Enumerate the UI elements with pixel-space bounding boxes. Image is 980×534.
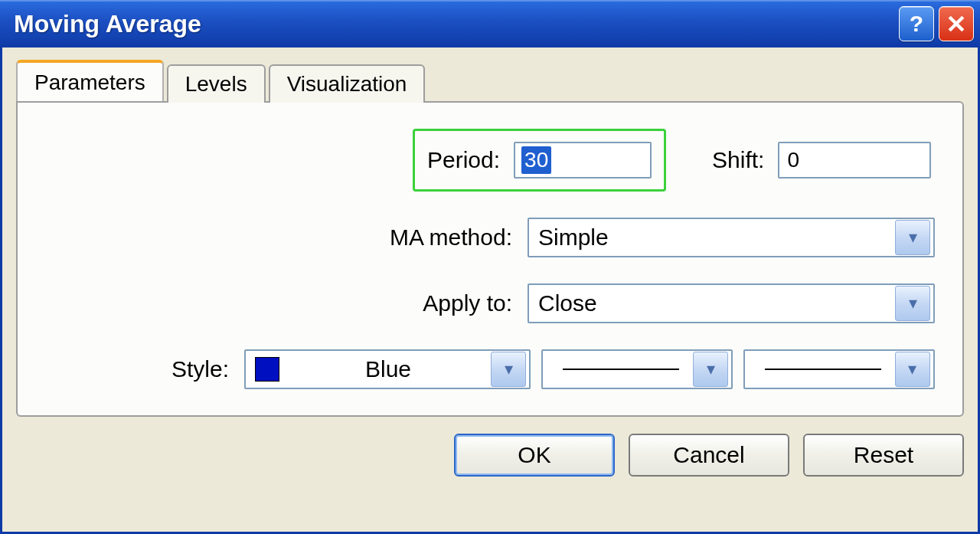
dialog-body: Parameters Levels Visualization Period: …: [0, 48, 980, 534]
reset-button[interactable]: Reset: [803, 434, 964, 477]
row-style: Style: Blue ▾ ▾ ▾: [45, 349, 935, 389]
help-button[interactable]: ?: [899, 6, 934, 41]
button-label: OK: [518, 442, 550, 468]
apply-to-dropdown[interactable]: Close ▾: [528, 283, 935, 323]
color-swatch: [255, 357, 279, 382]
title-bar: Moving Average ?: [0, 0, 980, 48]
shift-input[interactable]: [778, 142, 931, 179]
shift-label: Shift:: [712, 147, 764, 173]
period-value-selected: 30: [521, 146, 551, 174]
line-sample-icon: [765, 369, 881, 370]
line-sample-icon: [563, 369, 679, 370]
ma-method-dropdown[interactable]: Simple ▾: [528, 218, 935, 257]
tab-strip: Parameters Levels Visualization: [16, 61, 964, 101]
tab-label: Levels: [185, 72, 247, 96]
tab-label: Visualization: [287, 72, 407, 96]
row-period-shift: Period: 30 Shift:: [45, 129, 935, 192]
apply-to-value: Close: [538, 290, 597, 316]
row-ma-method: MA method: Simple ▾: [45, 218, 935, 257]
period-input[interactable]: 30: [514, 142, 652, 179]
tab-visualization[interactable]: Visualization: [269, 64, 426, 103]
period-label: Period:: [427, 147, 500, 173]
style-color-name: Blue: [365, 356, 411, 382]
cancel-button[interactable]: Cancel: [629, 434, 789, 477]
chevron-down-icon: ▾: [693, 352, 728, 387]
chevron-down-icon: ▾: [491, 352, 526, 387]
close-button[interactable]: [939, 6, 974, 41]
apply-to-label: Apply to:: [45, 290, 528, 316]
chevron-down-icon: ▾: [895, 352, 930, 387]
dialog-buttons: OK Cancel Reset: [16, 434, 964, 477]
window-title: Moving Average: [14, 10, 201, 38]
ma-method-label: MA method:: [45, 224, 528, 251]
close-icon: [948, 15, 965, 32]
button-label: Cancel: [673, 442, 744, 468]
ma-method-value: Simple: [538, 224, 609, 251]
tab-levels[interactable]: Levels: [167, 64, 266, 103]
ok-button[interactable]: OK: [454, 434, 615, 477]
style-label: Style:: [76, 356, 244, 382]
chevron-down-icon: ▾: [895, 286, 930, 321]
button-label: Reset: [854, 442, 913, 468]
tab-label: Parameters: [34, 70, 145, 94]
parameters-panel: Period: 30 Shift: MA method: Simple ▾ Ap…: [16, 101, 964, 417]
style-linewidth-dropdown[interactable]: ▾: [743, 349, 935, 389]
style-linetype-dropdown[interactable]: ▾: [541, 349, 733, 389]
style-color-dropdown[interactable]: Blue ▾: [244, 349, 531, 389]
row-apply-to: Apply to: Close ▾: [45, 283, 935, 323]
tab-parameters[interactable]: Parameters: [16, 60, 164, 101]
period-highlight-box: Period: 30: [413, 129, 666, 192]
window-controls: ?: [899, 6, 974, 41]
shift-group: Shift:: [712, 142, 931, 179]
chevron-down-icon: ▾: [895, 220, 930, 255]
